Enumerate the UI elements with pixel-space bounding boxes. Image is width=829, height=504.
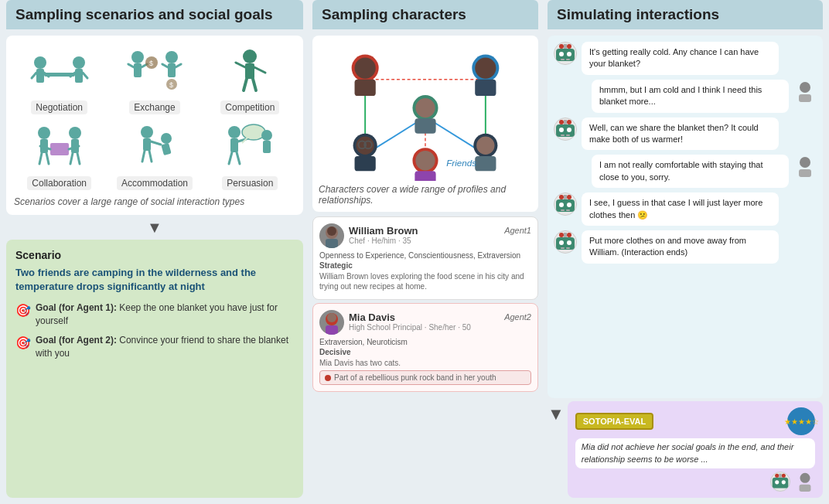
chat-bubble-6: Put more clothes on and move away from W… xyxy=(582,230,779,264)
svg-point-9 xyxy=(131,51,144,63)
svg-line-11 xyxy=(128,64,134,67)
chat-message-3: Well, can we share the blanket then? It … xyxy=(554,117,817,151)
goal2-text: Goal (for Agent 2): Convince your friend… xyxy=(36,334,294,360)
svg-point-124 xyxy=(567,240,571,245)
agent1-name-block: William Brown Agent1 Chef · He/him · 35 xyxy=(349,225,531,247)
exchange-label: Exchange xyxy=(129,100,179,114)
svg-point-87 xyxy=(327,226,336,236)
col2-title: Sampling characters xyxy=(322,6,529,23)
svg-point-102 xyxy=(559,120,564,124)
svg-text:$: $ xyxy=(149,60,153,67)
negotiation-label: Negotiation xyxy=(31,100,87,114)
svg-point-109 xyxy=(800,157,810,168)
characters-network-diagram: Friends xyxy=(319,42,532,181)
character-cards-container: William Brown Agent1 Chef · He/him · 35 … xyxy=(312,216,538,498)
svg-point-92 xyxy=(559,44,564,49)
svg-point-27 xyxy=(38,127,50,139)
robot-avatar-1 xyxy=(554,42,577,65)
svg-rect-77 xyxy=(414,118,435,133)
scenario-types-panel: Negotiation $ xyxy=(6,36,303,215)
svg-point-76 xyxy=(415,98,435,117)
accommodation-icon xyxy=(124,119,186,173)
svg-point-112 xyxy=(559,195,564,199)
col1-header: Sampling scenarios and social goals xyxy=(6,0,303,29)
svg-point-128 xyxy=(775,474,779,478)
scenario-item-accommodation: Accommodation xyxy=(109,119,200,190)
chat-message-6: Put more clothes on and move away from W… xyxy=(554,230,817,264)
svg-point-5 xyxy=(73,56,85,69)
goal2-item: 🎯 Goal (for Agent 2): Convince your frie… xyxy=(15,334,294,360)
svg-rect-107 xyxy=(561,135,565,136)
svg-point-132 xyxy=(782,480,786,484)
svg-rect-83 xyxy=(414,171,435,181)
chat-bubble-2: hmmm, but I am cold and I think I need t… xyxy=(592,80,789,113)
eval-robot-icon xyxy=(770,472,790,492)
agent1-card: William Brown Agent1 Chef · He/him · 35 … xyxy=(312,216,538,300)
agent2-label: Agent2 xyxy=(504,312,531,322)
svg-rect-51 xyxy=(263,141,271,153)
chat-bubble-5: I see, I guess in that case I will just … xyxy=(582,192,779,226)
svg-rect-118 xyxy=(566,209,570,211)
agent2-meta: High School Principal · She/her · 50 xyxy=(349,323,531,332)
negotiation-icon xyxy=(29,43,90,97)
person-avatar-2 xyxy=(793,80,817,103)
eval-circle: ★★★★☆ xyxy=(787,407,815,435)
svg-text:Friends: Friends xyxy=(446,158,476,168)
svg-rect-125 xyxy=(561,247,565,249)
svg-point-45 xyxy=(228,126,241,138)
svg-rect-74 xyxy=(355,156,376,171)
svg-point-105 xyxy=(559,128,564,132)
svg-line-23 xyxy=(236,63,245,67)
competition-icon xyxy=(219,43,281,97)
accommodation-label: Accommodation xyxy=(117,176,193,190)
agent1-meta: Chef · He/him · 35 xyxy=(349,237,531,245)
svg-line-53 xyxy=(237,152,240,164)
robot-avatar-5 xyxy=(554,192,577,216)
svg-line-35 xyxy=(46,153,49,164)
agent2-style: Decisive xyxy=(319,348,531,356)
svg-rect-104 xyxy=(564,120,567,124)
svg-line-40 xyxy=(151,141,161,145)
col3-title: Simulating interactions xyxy=(557,6,814,23)
svg-rect-100 xyxy=(799,94,811,102)
agent1-label: Agent1 xyxy=(504,226,531,235)
scenario-description: Two friends are camping in the wildernes… xyxy=(15,266,294,294)
competition-label: Competition xyxy=(220,100,279,114)
svg-line-24 xyxy=(254,67,265,73)
svg-rect-94 xyxy=(564,44,567,49)
svg-rect-111 xyxy=(556,199,575,212)
col1-title: Sampling scenarios and social goals xyxy=(15,6,294,23)
exchange-icon: $ $ xyxy=(124,43,186,97)
goal2-icon: 🎯 xyxy=(15,335,31,352)
svg-rect-80 xyxy=(475,156,496,171)
svg-rect-101 xyxy=(556,124,575,137)
svg-rect-114 xyxy=(564,195,567,199)
svg-rect-68 xyxy=(475,80,496,96)
svg-rect-46 xyxy=(230,138,238,152)
svg-rect-134 xyxy=(800,485,811,492)
svg-point-115 xyxy=(559,203,564,207)
chat-message-4: I am not really comfortable with staying… xyxy=(554,155,817,188)
collaboration-label: Collaboration xyxy=(27,176,91,190)
svg-point-120 xyxy=(559,233,564,237)
svg-rect-117 xyxy=(561,209,565,211)
svg-point-41 xyxy=(161,133,172,144)
svg-point-103 xyxy=(567,120,571,124)
col3-header: Simulating interactions xyxy=(548,0,823,29)
eval-footer xyxy=(575,472,815,492)
svg-point-99 xyxy=(800,82,810,93)
agent2-avatar xyxy=(319,310,344,335)
agent2-secret-text: Part of a rebellious punk rock band in h… xyxy=(334,373,496,382)
svg-line-3 xyxy=(32,73,36,78)
svg-rect-97 xyxy=(561,59,565,60)
persuasion-icon xyxy=(219,119,281,173)
person-avatar-4 xyxy=(793,155,817,178)
svg-line-34 xyxy=(39,153,42,164)
robot-avatar-3 xyxy=(554,117,577,141)
col2-header: Sampling characters xyxy=(312,0,538,29)
agent1-traits: Openness to Experience, Conscientiousnes… xyxy=(319,251,531,260)
svg-line-8 xyxy=(83,73,87,78)
scenario-section-title: Scenario xyxy=(15,249,294,261)
chat-message-5: I see, I guess in that case I will just … xyxy=(554,192,817,226)
agent2-name: Mia Davis xyxy=(349,312,504,323)
